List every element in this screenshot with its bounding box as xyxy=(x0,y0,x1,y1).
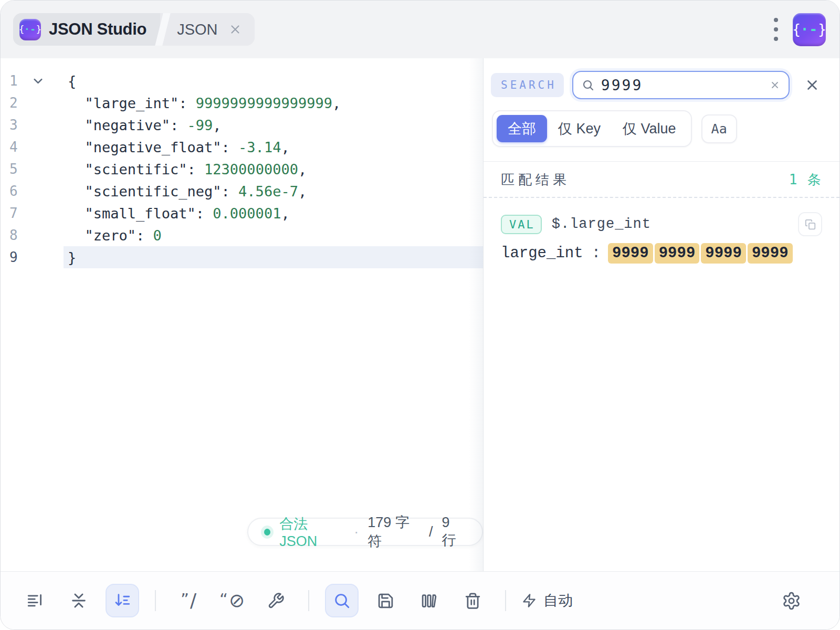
close-panel-icon[interactable] xyxy=(804,77,820,93)
sort-descending-icon xyxy=(113,592,131,610)
code-line-text: "scientific_neg": 4.56e-7, xyxy=(64,180,483,202)
json-path: $.large_int xyxy=(552,216,651,232)
code-line-text: } xyxy=(64,246,483,268)
app-title: JSON Studio xyxy=(49,20,146,39)
code-area: 1{2 "large_int": 9999999999999999,3 "neg… xyxy=(1,70,483,268)
results-title: 匹配结果 xyxy=(501,171,570,189)
auto-label: 自动 xyxy=(543,591,573,611)
unescape-button[interactable]: “⊘ xyxy=(215,584,249,617)
app-title-tab[interactable]: {·-} JSON Studio xyxy=(13,13,160,46)
match-highlight: 9999 xyxy=(655,243,700,264)
app-badge-icon: {·-} xyxy=(793,13,826,46)
gear-icon xyxy=(782,591,801,611)
match-values: 9999999999999999 xyxy=(608,243,793,264)
tab-close-icon[interactable] xyxy=(228,23,242,36)
scope-segmented-control: 全部 仅 Key 仅 Value xyxy=(492,110,692,147)
copy-path-button[interactable] xyxy=(798,212,822,236)
collapse-vertical-icon xyxy=(70,592,88,610)
lightning-icon xyxy=(522,593,537,608)
code-line[interactable]: 7 "small_float": 0.000001, xyxy=(1,202,483,224)
search-mode-badge: SEARCH xyxy=(491,73,564,97)
delete-button[interactable] xyxy=(456,584,489,617)
settings-button[interactable] xyxy=(774,584,808,617)
line-number: 4 xyxy=(9,139,26,155)
search-panel: SEARCH 全部 仅 Key 仅 Value A xyxy=(484,58,839,571)
line-gutter: 6 xyxy=(1,183,64,199)
match-highlight: 9999 xyxy=(701,243,746,264)
code-line[interactable]: 8 "zero": 0 xyxy=(1,224,483,246)
status-separator: · xyxy=(354,524,359,540)
result-meta-row: VAL $.large_int xyxy=(501,212,822,236)
code-line-text: "negative": -99, xyxy=(64,114,483,136)
valid-status-label: 合法 JSON xyxy=(279,514,345,550)
tab-group: {·-} JSON Studio JSON xyxy=(13,13,255,46)
code-line[interactable]: 4 "negative_float": -3.14, xyxy=(1,136,483,158)
bottom-toolbar: ”/ “⊘ 自动 xyxy=(1,571,839,629)
code-line-text: "negative_float": -3.14, xyxy=(64,136,483,158)
columns-view-button[interactable] xyxy=(412,584,446,617)
search-row: SEARCH xyxy=(484,58,839,99)
results-header: 匹配结果 1 条 xyxy=(484,161,839,197)
match-highlight: 9999 xyxy=(608,243,653,264)
save-button[interactable] xyxy=(369,584,402,617)
code-line[interactable]: 9} xyxy=(1,246,483,268)
auto-validate-button[interactable]: 自动 xyxy=(522,591,573,611)
search-filter-row: 全部 仅 Key 仅 Value Aa xyxy=(492,110,839,147)
filter-value-only-button[interactable]: 仅 Value xyxy=(612,115,687,142)
search-icon xyxy=(582,79,594,91)
app-window: {·-} JSON Studio JSON {·-} 1{2 "large_in… xyxy=(0,0,840,630)
code-line-text: { xyxy=(64,70,483,92)
escape-quotes-icon: ”/ xyxy=(181,591,196,610)
fold-chevron-icon[interactable] xyxy=(31,74,45,88)
match-highlight: 9999 xyxy=(748,243,793,264)
code-line[interactable]: 6 "scientific_neg": 4.56e-7, xyxy=(1,180,483,202)
header-actions: {·-} xyxy=(772,13,826,46)
clear-search-icon[interactable] xyxy=(770,80,780,90)
search-input[interactable] xyxy=(601,77,763,94)
document-tab[interactable]: JSON xyxy=(165,13,254,46)
compress-button[interactable] xyxy=(62,584,96,617)
search-toggle-button[interactable] xyxy=(325,584,359,617)
results-count: 1 条 xyxy=(789,171,822,189)
status-slash: / xyxy=(429,524,433,540)
line-number: 3 xyxy=(9,117,26,133)
overflow-menu-icon[interactable] xyxy=(772,16,780,43)
code-line[interactable]: 3 "negative": -99, xyxy=(1,114,483,136)
search-result-item[interactable]: VAL $.large_int large_int : 999999999999… xyxy=(484,198,839,278)
escape-button[interactable]: ”/ xyxy=(172,584,205,617)
sort-button[interactable] xyxy=(106,584,139,617)
line-number: 7 xyxy=(9,205,26,221)
line-gutter: 4 xyxy=(1,139,64,155)
json-editor[interactable]: 1{2 "large_int": 9999999999999999,3 "neg… xyxy=(1,58,484,571)
code-line-text: "zero": 0 xyxy=(64,224,483,246)
line-number: 1 xyxy=(9,73,26,89)
line-number: 9 xyxy=(9,249,26,265)
line-number: 5 xyxy=(9,161,26,177)
format-icon xyxy=(26,592,44,610)
filter-all-button[interactable]: 全部 xyxy=(497,115,547,142)
line-gutter: 5 xyxy=(1,161,64,177)
line-number: 6 xyxy=(9,183,26,199)
validation-status-pill: 合法 JSON · 179 字符 / 9 行 xyxy=(247,518,483,546)
main-area: 1{2 "large_int": 9999999999999999,3 "neg… xyxy=(1,58,839,571)
header-bar: {·-} JSON Studio JSON {·-} xyxy=(1,1,839,58)
toolbar-divider xyxy=(308,590,309,611)
case-sensitive-toggle[interactable]: Aa xyxy=(701,114,737,143)
save-icon xyxy=(377,592,394,610)
trash-icon xyxy=(464,592,481,610)
repair-button[interactable] xyxy=(259,584,292,617)
code-line-text: "large_int": 9999999999999999, xyxy=(64,92,483,114)
code-line[interactable]: 5 "scientific": 12300000000, xyxy=(1,158,483,180)
format-button[interactable] xyxy=(18,584,52,617)
search-box[interactable] xyxy=(572,71,790,99)
char-count: 179 字符 xyxy=(368,513,420,551)
code-line[interactable]: 1{ xyxy=(1,70,483,92)
app-logo-icon: {·-} xyxy=(19,19,41,40)
line-gutter: 1 xyxy=(1,73,64,89)
filter-key-only-button[interactable]: 仅 Key xyxy=(547,115,612,142)
line-number: 8 xyxy=(9,227,26,243)
code-line[interactable]: 2 "large_int": 9999999999999999, xyxy=(1,92,483,114)
line-number: 2 xyxy=(9,95,26,111)
match-type-badge: VAL xyxy=(501,215,542,234)
code-line-text: "small_float": 0.000001, xyxy=(64,202,483,224)
